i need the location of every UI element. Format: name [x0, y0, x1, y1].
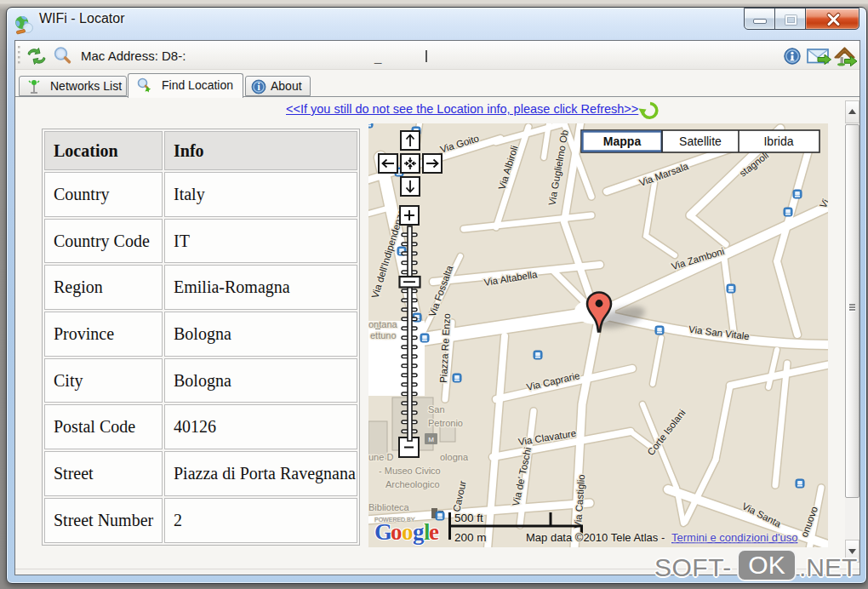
svg-text:Satellite: Satellite — [679, 134, 722, 148]
svg-text:San: San — [428, 404, 445, 415]
svg-text:G: G — [374, 519, 392, 545]
svg-text:Mappa: Mappa — [603, 134, 642, 148]
svg-text:- Museo Civico: - Museo Civico — [379, 466, 441, 476]
svg-text:o: o — [402, 519, 414, 545]
svg-text:ettuno: ettuno — [370, 330, 397, 340]
svg-text:Archeologico: Archeologico — [385, 479, 440, 489]
svg-text:Map data ©2010 Tele Atlas -: Map data ©2010 Tele Atlas - — [526, 531, 665, 544]
svg-text:une D: une D — [368, 452, 393, 462]
svg-text:Petronio: Petronio — [428, 418, 463, 428]
svg-text:Biblioteca: Biblioteca — [368, 502, 410, 512]
svg-text:Ibrida: Ibrida — [763, 134, 793, 148]
svg-text:M: M — [428, 436, 434, 443]
svg-text:200 m: 200 m — [454, 531, 487, 544]
svg-text:ologna: ologna — [440, 452, 469, 462]
svg-text:o: o — [391, 519, 403, 545]
svg-text:500 ft: 500 ft — [454, 512, 483, 524]
svg-text:Termini e condizioni d'uso: Termini e condizioni d'uso — [671, 531, 797, 544]
svg-text:g: g — [413, 519, 425, 545]
svg-text:e: e — [429, 519, 439, 545]
svg-text:ontana: ontana — [368, 319, 398, 329]
